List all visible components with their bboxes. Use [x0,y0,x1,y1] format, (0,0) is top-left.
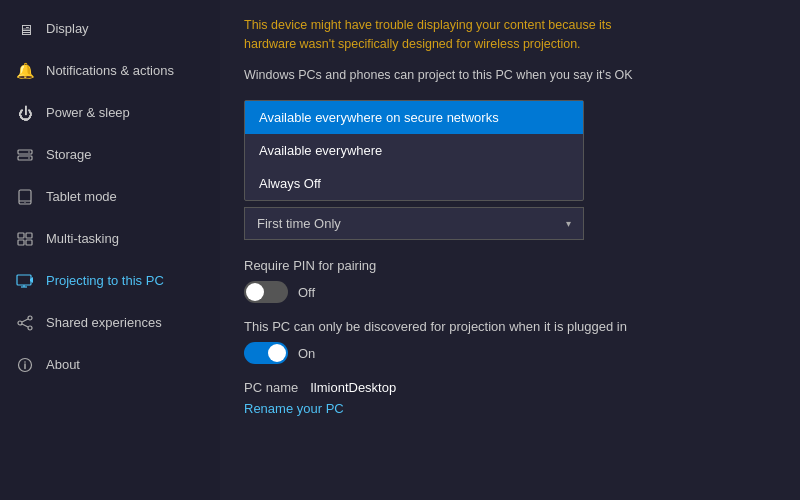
sidebar-item-shared[interactable]: Shared experiences [0,302,220,344]
dropdown-option-off[interactable]: Always Off [245,167,583,200]
sidebar: 🖥 Display 🔔 Notifications & actions ⏻ Po… [0,0,220,500]
pin-toggle[interactable] [244,281,288,303]
pin-label: Require PIN for pairing [244,258,776,273]
sidebar-label-power: Power & sleep [46,105,204,121]
sidebar-item-multitasking[interactable]: Multi-tasking [0,218,220,260]
pc-name-label: PC name [244,380,298,395]
shared-icon [16,314,34,332]
power-icon: ⏻ [16,104,34,122]
sidebar-item-storage[interactable]: Storage [0,134,220,176]
sidebar-label-display: Display [46,21,204,37]
svg-point-14 [28,316,32,320]
svg-point-3 [28,157,30,159]
plugged-setting-row: This PC can only be discovered for proje… [244,319,776,364]
svg-point-6 [24,202,25,203]
description-message: Windows PCs and phones can project to th… [244,66,664,85]
sidebar-item-tablet[interactable]: Tablet mode [0,176,220,218]
svg-line-17 [22,319,28,322]
multitasking-icon [16,230,34,248]
pin-frequency-dropdown[interactable]: First time Only ▾ [244,207,584,240]
sidebar-label-projecting: Projecting to this PC [46,273,204,289]
dropdown-arrow-icon: ▾ [566,218,571,229]
pin-state-label: Off [298,285,315,300]
plugged-state-label: On [298,346,315,361]
pin-setting-row: Require PIN for pairing Off [244,258,776,303]
sidebar-label-notifications: Notifications & actions [46,63,204,79]
projecting-icon [16,272,34,290]
plugged-toggle[interactable] [244,342,288,364]
svg-point-16 [28,326,32,330]
svg-rect-11 [17,275,31,285]
discovered-text: This PC can only be discovered for proje… [244,319,664,334]
dropdown-option-secure[interactable]: Available everywhere on secure networks [245,101,583,134]
about-icon [16,356,34,374]
pc-name-value: IlmiontDesktop [310,380,396,395]
sidebar-item-display[interactable]: 🖥 Display [0,8,220,50]
sidebar-label-shared: Shared experiences [46,315,204,331]
projection-dropdown[interactable]: Available everywhere on secure networks … [244,100,584,201]
svg-rect-9 [18,240,24,245]
sidebar-item-about[interactable]: About [0,344,220,386]
svg-rect-0 [18,150,32,154]
pc-name-row: PC name IlmiontDesktop Rename your PC [244,380,776,416]
main-content: This device might have trouble displayin… [220,0,800,500]
plugged-toggle-row: On [244,342,776,364]
dropdown-open-list: Available everywhere on secure networks … [244,100,584,201]
sidebar-item-projecting[interactable]: Projecting to this PC [0,260,220,302]
rename-link[interactable]: Rename your PC [244,401,776,416]
svg-rect-8 [26,233,32,238]
svg-point-2 [28,151,30,153]
sidebar-item-power[interactable]: ⏻ Power & sleep [0,92,220,134]
svg-line-18 [22,324,28,327]
dropdown-option-everywhere[interactable]: Available everywhere [245,134,583,167]
svg-rect-1 [18,156,32,160]
svg-rect-10 [26,240,32,245]
display-icon: 🖥 [16,20,34,38]
svg-point-15 [18,321,22,325]
notifications-icon: 🔔 [16,62,34,80]
pin-frequency-value: First time Only [257,216,341,231]
tablet-icon [16,188,34,206]
storage-icon [16,146,34,164]
sidebar-label-multitasking: Multi-tasking [46,231,204,247]
sidebar-label-storage: Storage [46,147,204,163]
sidebar-label-tablet: Tablet mode [46,189,204,205]
svg-point-21 [24,361,26,363]
svg-rect-7 [18,233,24,238]
sidebar-item-notifications[interactable]: 🔔 Notifications & actions [0,50,220,92]
sidebar-label-about: About [46,357,204,373]
svg-rect-4 [19,190,31,204]
pin-toggle-row: Off [244,281,776,303]
warning-message: This device might have trouble displayin… [244,16,664,54]
